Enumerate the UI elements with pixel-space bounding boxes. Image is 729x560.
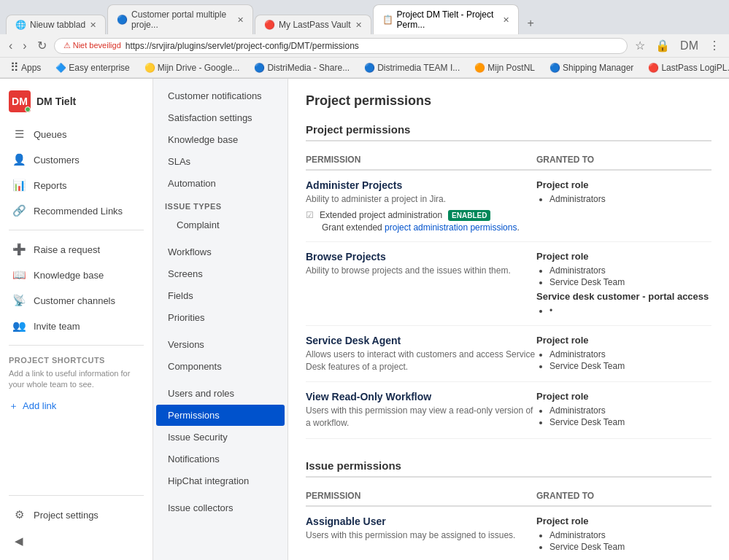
menu-button[interactable]: ⋮ <box>706 37 723 54</box>
bookmark-lastpass[interactable]: 🔴 LastPass LogiPL... <box>644 61 729 74</box>
perm-name-agent: Service Desk Agent <box>306 335 536 346</box>
mid-sidebar-issue-security[interactable]: Issue Security <box>156 427 285 448</box>
profile-button[interactable]: DM <box>677 38 701 54</box>
customers-label: Customers <box>34 155 80 166</box>
admin-perm-link[interactable]: project administration permissions <box>385 222 517 233</box>
reload-button[interactable]: ↻ <box>34 37 50 54</box>
app-container: DM DM Tielt ☰ Queues 👤 Customers 📊 Repor… <box>0 79 729 560</box>
checkbox-icon: ☑ <box>306 210 314 220</box>
tab-4-close[interactable]: ✕ <box>503 15 509 25</box>
status-dot <box>25 106 31 112</box>
list-item: Service Desk Team <box>549 276 711 288</box>
role-title-agent: Project role <box>536 335 711 346</box>
avatar-initials: DM <box>12 96 28 107</box>
extension-button[interactable]: 🔒 <box>652 37 673 54</box>
mid-sidebar-hipchat[interactable]: HipChat integration <box>156 470 285 491</box>
perm-table-header: Permission Granted to <box>306 150 711 171</box>
mid-sidebar-automation[interactable]: Automation <box>156 173 285 194</box>
tab-4-label: Project DM Tielt - Project Perm... <box>397 9 498 30</box>
mid-sidebar-screens[interactable]: Screens <box>156 263 285 284</box>
table-row: Assignable User Users with this permissi… <box>306 507 711 560</box>
tab-3-close[interactable]: ✕ <box>355 20 362 30</box>
extended-label: Extended project administration <box>320 210 442 220</box>
sidebar-item-settings[interactable]: ⚙ Project settings <box>3 502 150 527</box>
sidebar-item-reports[interactable]: 📊 Reports <box>3 173 150 198</box>
tab-4[interactable]: 📋 Project DM Tielt - Project Perm... ✕ <box>373 4 519 34</box>
sidebar-item-channels[interactable]: 📡 Customer channels <box>3 288 150 313</box>
mid-sidebar-fields[interactable]: Fields <box>156 285 285 306</box>
queues-icon: ☰ <box>12 127 26 141</box>
add-link-button[interactable]: ＋ Add link <box>0 395 153 417</box>
shortcuts-desc: Add a link to useful information for you… <box>0 367 153 395</box>
mid-sidebar-components[interactable]: Components <box>156 356 285 377</box>
raise-label: Raise a request <box>34 244 100 255</box>
mid-sidebar-complaint[interactable]: Complaint <box>156 214 285 236</box>
table-row: Administer Projects Ability to administe… <box>306 171 711 242</box>
mid-sidebar-versions[interactable]: Versions <box>156 334 285 355</box>
tab-3[interactable]: 🔴 My LastPass Vault ✕ <box>255 15 371 34</box>
bookmark-apps[interactable]: ⠿ Apps <box>6 59 45 76</box>
sidebar-item-knowledge[interactable]: 📖 Knowledge base <box>3 262 150 287</box>
mid-sidebar-workflows[interactable]: Workflows <box>156 241 285 262</box>
mid-sidebar-knowledge-base[interactable]: Knowledge base <box>156 129 285 150</box>
apps-grid-icon: ⠿ <box>10 61 19 74</box>
channels-icon: 📡 <box>12 293 26 308</box>
tab-1[interactable]: 🌐 Nieuw tabblad ✕ <box>6 15 106 34</box>
mid-sidebar-slas[interactable]: SLAs <box>156 151 285 172</box>
sidebar-item-queues[interactable]: ☰ Queues <box>3 122 150 147</box>
table-row: Browse Projects Ability to browse projec… <box>306 242 711 326</box>
perm-left: Browse Projects Ability to browse projec… <box>306 251 536 277</box>
bookmark-4-favicon: 🔵 <box>364 63 375 73</box>
invite-label: Invite team <box>34 321 80 332</box>
tab-1-close[interactable]: ✕ <box>90 20 96 30</box>
tab-1-label: Nieuw tabblad <box>30 20 85 30</box>
service-desk-customer-label: Service desk customer - portal access <box>536 291 711 302</box>
sidebar-item-invite[interactable]: 👥 Invite team <box>3 314 150 338</box>
list-item: Service Desk Team <box>549 541 711 553</box>
mid-sidebar-users-roles[interactable]: Users and roles <box>156 383 285 404</box>
bookmark-easy[interactable]: 🔷 Easy enterprise <box>51 61 134 74</box>
bookmark-2-favicon: 🟡 <box>144 63 155 73</box>
table-row: Service Desk Agent Allows users to inter… <box>306 326 711 383</box>
issue-column-permission-header: Permission <box>306 491 536 501</box>
bookmark-6-favicon: 🔵 <box>549 63 560 73</box>
bookmark-distri1[interactable]: 🔵 DistriMedia - Share... <box>250 61 354 74</box>
project-avatar: DM <box>9 90 31 112</box>
role-title-administer: Project role <box>536 179 711 190</box>
sidebar-item-customers[interactable]: 👤 Customers <box>3 147 150 172</box>
forward-button[interactable]: › <box>20 38 29 54</box>
tab-2[interactable]: 🔵 Customer portal multiple proje... ✕ <box>107 4 253 34</box>
sidebar-item-raise[interactable]: ➕ Raise a request <box>3 237 150 262</box>
back-button[interactable]: ‹ <box>6 38 15 54</box>
url-display: https://srvjira/plugins/servlet/project-… <box>126 41 359 51</box>
sidebar-collapse-button[interactable]: ◀ <box>3 529 150 553</box>
mid-sidebar-satisfaction[interactable]: Satisfaction settings <box>156 107 285 128</box>
list-item: Administrators <box>549 193 711 205</box>
perm-name-readonly: View Read-Only Workflow <box>306 391 536 402</box>
main-nav: ☰ Queues 👤 Customers 📊 Reports 🔗 Recomme… <box>0 121 153 224</box>
perm-granted-browse: Project role Administrators Service Desk… <box>536 251 711 316</box>
role-list-browse: Administrators Service Desk Team <box>536 265 711 288</box>
tab-2-favicon: 🔵 <box>117 15 127 25</box>
address-bar[interactable]: ⚠ Niet beveiligd https://srvjira/plugins… <box>54 38 628 54</box>
tab-3-label: My LastPass Vault <box>279 20 350 30</box>
divider-3 <box>9 495 144 496</box>
tab-2-close[interactable]: ✕ <box>237 15 244 25</box>
bookmark-distri2[interactable]: 🔵 Distrimedia TEAM I... <box>360 61 464 74</box>
new-tab-button[interactable]: + <box>520 12 541 34</box>
secondary-nav: ➕ Raise a request 📖 Knowledge base 📡 Cus… <box>0 236 153 339</box>
mid-sidebar-permissions[interactable]: Permissions <box>156 405 285 426</box>
list-item: Administrators <box>549 405 711 416</box>
settings-label: Project settings <box>34 510 99 521</box>
mid-sidebar-customer-notifications[interactable]: Customer notifications <box>156 85 285 106</box>
bookmark-postnl[interactable]: 🟠 Mijn PostNL <box>470 61 539 74</box>
mid-sidebar-notifications[interactable]: Notifications <box>156 448 285 470</box>
mid-sidebar-priorities[interactable]: Priorities <box>156 307 285 328</box>
bookmark-shipping[interactable]: 🔵 Shipping Manager <box>545 61 638 74</box>
bookmark-button[interactable]: ☆ <box>632 37 648 54</box>
bookmark-drive[interactable]: 🟡 Mijn Drive - Google... <box>140 61 244 74</box>
perm-granted-readonly: Project role Administrators Service Desk… <box>536 391 711 428</box>
sidebar-item-recommended[interactable]: 🔗 Recommended Links <box>3 198 150 223</box>
reports-label: Reports <box>34 180 67 191</box>
mid-sidebar-issue-collectors[interactable]: Issue collectors <box>156 497 285 518</box>
